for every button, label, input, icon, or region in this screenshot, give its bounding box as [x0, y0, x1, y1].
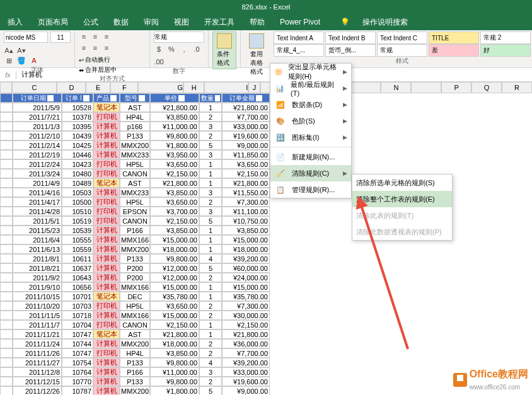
cell[interactable]: 2011/11/24	[13, 339, 62, 348]
row-gutter[interactable]	[0, 178, 13, 188]
cell[interactable]: HP5L	[120, 159, 150, 169]
cell[interactable]: 10500	[62, 197, 93, 207]
col-header[interactable]: P	[441, 82, 471, 93]
cell[interactable]: 2011/4/16	[13, 188, 62, 197]
cell[interactable]: 10423	[62, 159, 93, 169]
cell[interactable]: 3	[199, 367, 222, 377]
cell[interactable]: 计算机	[93, 226, 120, 235]
cell[interactable]: 2011/12/15	[13, 377, 62, 386]
cell[interactable]: 打印机	[93, 197, 120, 207]
tell-me-search[interactable]: 💡 操作说明搜索	[330, 12, 418, 33]
cell[interactable]: ¥3,850.00	[150, 112, 199, 122]
style-cell[interactable]: Text Indent A	[274, 31, 324, 44]
currency-icon[interactable]: $	[154, 44, 164, 54]
cell[interactable]: ¥11,550.00	[222, 188, 270, 197]
cell[interactable]: ¥1,800.00	[150, 140, 199, 150]
cell[interactable]: 计算机	[93, 273, 120, 282]
cell[interactable]: CANON	[120, 320, 150, 329]
cell[interactable]: 笔记本	[93, 292, 120, 301]
cell[interactable]: 1	[199, 178, 222, 188]
cell[interactable]: ¥9,800.00	[150, 377, 199, 386]
filter-icon[interactable]	[110, 95, 117, 101]
cell[interactable]: 计算机	[93, 311, 120, 320]
cell[interactable]: 2	[199, 339, 222, 348]
col-header[interactable]: R	[502, 82, 532, 93]
cell[interactable]: 计算机	[93, 254, 120, 263]
cell[interactable]: ¥7,300.00	[222, 301, 270, 311]
cell[interactable]: 10747	[62, 348, 93, 358]
style-cell[interactable]: Text Indent C	[377, 31, 427, 44]
align-center-icon[interactable]: ≡	[90, 43, 100, 53]
cell[interactable]: 1	[199, 169, 222, 178]
cell[interactable]: ¥12,000.00	[150, 273, 199, 282]
cell[interactable]: 2011/10/15	[13, 292, 62, 301]
cell[interactable]: 2011/2/19	[13, 150, 62, 159]
row-gutter[interactable]	[0, 377, 13, 386]
cell[interactable]: 10425	[62, 140, 93, 150]
cell[interactable]: 打印机	[93, 320, 120, 329]
cell[interactable]: ¥15,000.00	[222, 282, 270, 292]
menu-item[interactable]: 📋管理规则(R)...	[270, 181, 351, 198]
row-gutter[interactable]	[0, 320, 13, 329]
cell[interactable]: ¥7,300.00	[222, 197, 270, 207]
row-gutter[interactable]	[0, 188, 13, 197]
cell[interactable]: ¥3,650.00	[222, 159, 270, 169]
cell[interactable]: ¥3,850.00	[222, 226, 270, 235]
row-gutter[interactable]	[0, 263, 13, 273]
cell[interactable]: P133	[120, 377, 150, 386]
cell[interactable]: 10446	[62, 150, 93, 159]
cell[interactable]: P200	[120, 273, 150, 282]
style-cell[interactable]: 常规	[377, 44, 427, 57]
cell[interactable]: 计算机	[93, 282, 120, 292]
cell[interactable]: 2	[199, 131, 222, 140]
cell[interactable]: 10656	[62, 282, 93, 292]
cell[interactable]: 打印机	[93, 301, 120, 311]
cell[interactable]: 2011/9/2	[13, 273, 62, 282]
style-cell[interactable]: TITLE	[429, 31, 479, 44]
cell[interactable]: 1	[199, 159, 222, 169]
cell[interactable]: 10718	[62, 311, 93, 320]
col-header[interactable]: C	[12, 82, 57, 93]
row-gutter[interactable]	[0, 207, 13, 216]
cell[interactable]: 计算机	[93, 235, 120, 244]
header-cell[interactable]: 单价	[150, 93, 199, 103]
cell[interactable]: ¥15,000.00	[150, 282, 199, 292]
cell[interactable]: 10395	[62, 122, 93, 131]
row-gutter[interactable]	[0, 301, 13, 311]
header-cell[interactable]: 产品	[93, 93, 120, 103]
cell[interactable]: 计算机	[93, 188, 120, 197]
cell[interactable]: 5	[199, 216, 222, 226]
cell[interactable]: 10489	[62, 178, 93, 188]
cell[interactable]: 10528	[62, 103, 93, 112]
cell[interactable]: 2011/11/7	[13, 320, 62, 329]
number-format-select[interactable]	[154, 31, 204, 43]
cell[interactable]: 2011/3/24	[13, 169, 62, 178]
cell[interactable]: ¥3,850.00	[150, 188, 199, 197]
cell[interactable]: 10539	[62, 226, 93, 235]
tab-data[interactable]: 数据	[108, 14, 134, 30]
col-header[interactable]	[411, 82, 441, 93]
cell[interactable]: ¥10,750.00	[222, 216, 270, 226]
cell[interactable]: ¥11,850.00	[222, 150, 270, 159]
cell[interactable]: 3	[199, 150, 222, 159]
cell[interactable]: MMX200	[120, 339, 150, 348]
cell[interactable]: MMX166	[120, 235, 150, 244]
font-color-icon[interactable]: A	[29, 55, 39, 66]
style-cell[interactable]: 好	[480, 44, 531, 57]
menu-item[interactable]: 📶数据条(D)▶	[270, 96, 351, 113]
row-gutter[interactable]	[0, 112, 13, 122]
submenu-item[interactable]: 清除所选单元格的规则(S)	[352, 175, 452, 191]
cell[interactable]: ¥15,000.00	[222, 235, 270, 244]
cell[interactable]: ¥18,000.00	[150, 339, 199, 348]
row-gutter[interactable]	[0, 226, 13, 235]
row-gutter[interactable]	[0, 367, 13, 377]
cell[interactable]: 2	[199, 377, 222, 386]
cell[interactable]: 计算机	[93, 263, 120, 273]
menu-item[interactable]: 📄新建规则(N)...	[270, 149, 351, 165]
cell[interactable]: 2011/2/14	[13, 140, 62, 150]
col-header[interactable]: J	[248, 82, 260, 93]
cell[interactable]: 2	[199, 348, 222, 358]
cell[interactable]: ¥3,650.00	[150, 159, 199, 169]
cell[interactable]: 1	[199, 103, 222, 112]
cell[interactable]: ¥2,150.00	[150, 320, 199, 329]
